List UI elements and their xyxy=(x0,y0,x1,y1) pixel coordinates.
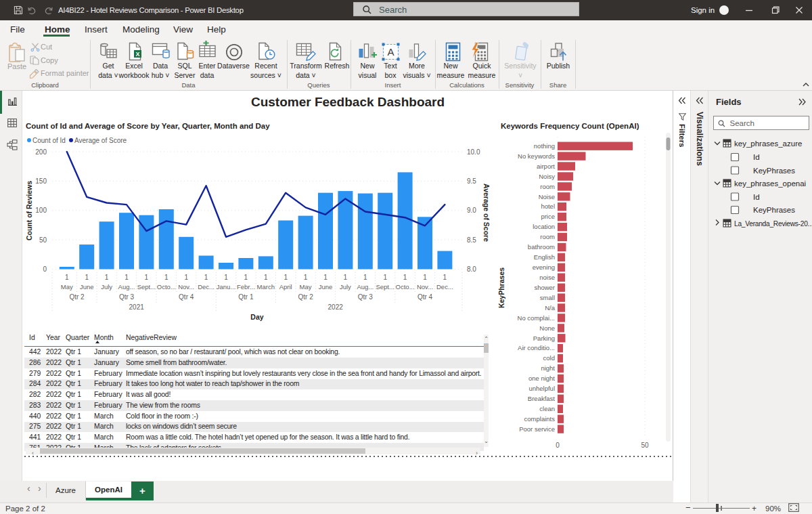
svg-text:150: 150 xyxy=(35,177,47,185)
svg-text:Qtr 3: Qtr 3 xyxy=(358,293,374,301)
svg-text:nothing: nothing xyxy=(534,142,555,150)
svg-text:Count of Id and Average of Sco: Count of Id and Average of Score by Year… xyxy=(26,122,270,130)
svg-text:clean: clean xyxy=(539,405,555,412)
svg-text:Id: Id xyxy=(753,153,760,161)
svg-text:complaints: complaints xyxy=(524,415,556,423)
svg-text:July: July xyxy=(340,283,351,291)
svg-text:Aug...: Aug... xyxy=(118,283,135,291)
svg-text:Id: Id xyxy=(753,193,760,201)
svg-text:May: May xyxy=(300,283,312,291)
svg-text:A: A xyxy=(387,46,394,58)
svg-text:KeyPhrases: KeyPhrases xyxy=(753,206,795,214)
svg-text:1: 1 xyxy=(184,274,188,281)
svg-text:Sept...: Sept... xyxy=(137,283,156,291)
svg-text:June: June xyxy=(80,283,94,291)
svg-text:Day: Day xyxy=(250,313,263,321)
svg-text:KeyPhrases: KeyPhrases xyxy=(498,267,505,308)
svg-text:Count of Reviews: Count of Reviews xyxy=(25,181,33,240)
svg-text:Dec...: Dec... xyxy=(198,283,215,291)
svg-text:room: room xyxy=(540,233,555,240)
svg-text:Octo...: Octo... xyxy=(396,283,415,291)
svg-text:200: 200 xyxy=(35,148,47,156)
svg-text:Keywords Frequency Count (Open: Keywords Frequency Count (OpenAI) xyxy=(501,122,639,130)
svg-text:1: 1 xyxy=(85,274,89,281)
svg-text:Air conditio...: Air conditio... xyxy=(518,344,555,351)
svg-text:No keywords: No keywords xyxy=(518,152,555,160)
svg-text:Sept...: Sept... xyxy=(376,283,394,291)
svg-text:Average of Score: Average of Score xyxy=(74,137,127,144)
svg-text:1: 1 xyxy=(344,274,348,281)
svg-text:1: 1 xyxy=(264,274,268,281)
svg-text:0: 0 xyxy=(556,442,560,449)
svg-text:Count of Id: Count of Id xyxy=(32,137,66,144)
svg-text:Average of Score: Average of Score xyxy=(482,184,491,242)
svg-text:1: 1 xyxy=(423,274,427,281)
svg-text:50: 50 xyxy=(39,236,47,244)
svg-text:price: price xyxy=(541,213,555,220)
svg-text:9.5: 9.5 xyxy=(467,177,476,185)
svg-text:No complai...: No complai... xyxy=(518,314,555,322)
svg-text:bathroom: bathroom xyxy=(528,243,555,251)
svg-text:Qtr 2: Qtr 2 xyxy=(298,293,313,301)
svg-text:X: X xyxy=(135,51,139,58)
svg-text:10.0: 10.0 xyxy=(467,148,480,156)
svg-text:May: May xyxy=(61,283,73,291)
svg-text:1: 1 xyxy=(164,274,168,281)
svg-text:1: 1 xyxy=(224,274,228,281)
svg-text:Qtr 3: Qtr 3 xyxy=(119,293,135,301)
svg-text:Noisy: Noisy xyxy=(539,173,555,180)
svg-text:1: 1 xyxy=(145,274,149,281)
svg-text:Octo...: Octo... xyxy=(157,283,176,291)
svg-text:Nov...: Nov... xyxy=(178,283,194,291)
svg-text:La_Veranda_Reviews-20...: La_Veranda_Reviews-20... xyxy=(734,220,812,228)
svg-text:9.0: 9.0 xyxy=(467,207,476,214)
svg-text:2021: 2021 xyxy=(129,303,145,311)
svg-text:1: 1 xyxy=(383,274,387,281)
svg-text:one night: one night xyxy=(528,374,555,382)
svg-text:N/a: N/a xyxy=(545,304,556,312)
svg-text:Breakfast: Breakfast xyxy=(528,395,555,402)
svg-text:noise: noise xyxy=(539,274,555,281)
svg-text:July: July xyxy=(101,283,112,291)
svg-text:1: 1 xyxy=(403,274,407,281)
svg-text:March: March xyxy=(257,283,275,291)
svg-text:1: 1 xyxy=(304,274,308,281)
svg-text:0: 0 xyxy=(43,265,47,273)
svg-text:Febr...: Febr... xyxy=(237,283,255,291)
svg-text:location: location xyxy=(533,223,555,230)
svg-text:unhelpful: unhelpful xyxy=(528,385,555,392)
svg-text:1: 1 xyxy=(105,274,109,281)
svg-text:None: None xyxy=(539,324,555,332)
svg-text:English: English xyxy=(534,253,555,261)
svg-text:50: 50 xyxy=(641,442,649,449)
svg-text:airport: airport xyxy=(537,163,555,170)
svg-text:Aug...: Aug... xyxy=(357,283,374,291)
svg-text:Poor service: Poor service xyxy=(519,425,555,433)
svg-text:Qtr 4: Qtr 4 xyxy=(418,293,433,301)
svg-text:1: 1 xyxy=(65,274,69,281)
svg-text:1: 1 xyxy=(443,274,447,281)
svg-text:KeyPhrases: KeyPhrases xyxy=(753,167,795,175)
svg-text:100: 100 xyxy=(35,207,47,214)
svg-text:cold: cold xyxy=(543,354,555,362)
svg-text:Janu...: Janu... xyxy=(217,283,236,291)
svg-text:evening: evening xyxy=(533,263,555,271)
svg-text:1: 1 xyxy=(363,274,367,281)
svg-text:Qtr 4: Qtr 4 xyxy=(179,293,194,301)
svg-text:1: 1 xyxy=(284,274,288,281)
svg-text:shower: shower xyxy=(534,284,555,291)
svg-text:June: June xyxy=(319,283,333,291)
svg-text:Qtr 2: Qtr 2 xyxy=(69,293,85,301)
svg-text:1: 1 xyxy=(204,274,208,281)
svg-text:Dec...: Dec... xyxy=(436,283,453,291)
svg-text:8.0: 8.0 xyxy=(467,265,476,273)
svg-text:Nov...: Nov... xyxy=(417,283,433,291)
svg-text:2022: 2022 xyxy=(328,303,344,311)
svg-text:1: 1 xyxy=(244,274,248,281)
svg-text:April: April xyxy=(279,283,292,291)
svg-text:room: room xyxy=(540,183,555,190)
svg-text:1: 1 xyxy=(125,274,129,281)
svg-text:night: night xyxy=(541,364,555,372)
svg-text:1: 1 xyxy=(323,274,328,281)
svg-text:Parking: Parking xyxy=(533,335,555,342)
